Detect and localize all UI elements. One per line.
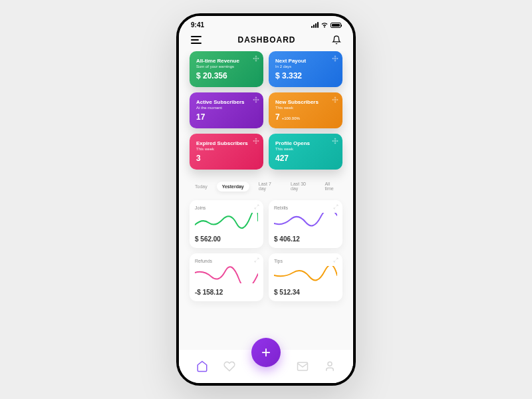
- stat-value: 427: [275, 154, 336, 163]
- status-time: 9:41: [191, 21, 204, 29]
- stat-label: New Subscribers: [275, 99, 336, 105]
- chart-label: Tips: [274, 259, 337, 263]
- move-icon: [332, 138, 338, 144]
- expand-icon: [254, 257, 259, 263]
- expand-icon: [254, 204, 259, 209]
- stat-card[interactable]: Profile OpensThis week427: [269, 134, 342, 170]
- chart-value: $ 562.00: [195, 235, 258, 243]
- stat-sublabel: This week: [196, 147, 257, 151]
- header: DASHBOARD: [179, 31, 353, 51]
- phone-frame: 9:41 DASHBOARD All-time RevenueSum of yo…: [176, 13, 356, 386]
- tab-last-30-day[interactable]: Last 30 day: [285, 179, 315, 194]
- move-icon: [332, 55, 338, 62]
- nav-heart-icon[interactable]: [223, 360, 235, 372]
- chart-label: Rebills: [274, 205, 337, 210]
- chart-card[interactable]: Rebills$ 406.12: [269, 200, 342, 248]
- stat-label: All-time Revenue: [196, 58, 257, 64]
- stat-card[interactable]: Expired SubscribersThis week3: [190, 134, 263, 170]
- chart-card[interactable]: Tips$ 512.34: [269, 253, 342, 301]
- chart-card[interactable]: Refunds-$ 158.12: [190, 253, 263, 301]
- stat-label: Active Subscribers: [196, 99, 257, 105]
- move-icon: [332, 96, 338, 103]
- sparkline: [195, 266, 258, 283]
- move-icon: [253, 55, 259, 62]
- stat-label: Expired Subscribers: [196, 140, 257, 146]
- expand-icon: [333, 257, 338, 263]
- stat-label: Profile Opens: [275, 140, 336, 146]
- stat-delta: +100.00%: [282, 116, 300, 120]
- chart-label: Refunds: [195, 259, 258, 263]
- chart-value: $ 512.34: [274, 289, 337, 296]
- tab-all-time[interactable]: All time: [319, 179, 342, 194]
- screen: 9:41 DASHBOARD All-time RevenueSum of yo…: [179, 16, 353, 383]
- stat-card[interactable]: Next PayoutIn 2 days$ 3.332: [269, 51, 342, 87]
- stat-value: 17: [196, 112, 257, 122]
- stat-sublabel: This week: [275, 147, 336, 151]
- add-button[interactable]: +: [251, 338, 281, 367]
- tab-yesterday[interactable]: Yesterday: [217, 182, 249, 192]
- stats-grid: All-time RevenueSum of your earnings$ 20…: [190, 51, 342, 170]
- battery-icon: [331, 23, 341, 28]
- stat-sublabel: At the moment: [196, 106, 257, 110]
- move-icon: [253, 96, 259, 103]
- sparkline: [274, 213, 337, 230]
- tab-last-7-day[interactable]: Last 7 day: [253, 179, 281, 194]
- signal-icon: [311, 22, 319, 28]
- stat-sublabel: Sum of your earnings: [196, 65, 257, 68]
- expand-icon: [333, 204, 338, 209]
- svg-point-1: [328, 362, 332, 366]
- sparkline: [274, 266, 337, 283]
- stat-card[interactable]: All-time RevenueSum of your earnings$ 20…: [190, 51, 263, 87]
- chart-value: $ 406.12: [274, 235, 337, 243]
- nav-mail-icon[interactable]: [297, 360, 309, 372]
- sparkline: [195, 213, 258, 230]
- chart-value: -$ 158.12: [195, 289, 258, 296]
- status-indicators: [311, 22, 341, 28]
- nav-profile-icon[interactable]: [324, 360, 336, 372]
- stat-value: $ 20.356: [196, 71, 257, 80]
- plus-icon: +: [261, 344, 271, 360]
- content: All-time RevenueSum of your earnings$ 20…: [179, 51, 353, 383]
- stat-label: Next Payout: [275, 58, 336, 64]
- stat-value: 7+100.00%: [275, 112, 336, 122]
- stat-card[interactable]: Active SubscribersAt the moment17: [190, 92, 263, 128]
- chart-label: Joins: [195, 205, 258, 210]
- nav-home-icon[interactable]: [196, 360, 208, 372]
- menu-icon[interactable]: [191, 36, 201, 44]
- move-icon: [253, 138, 259, 144]
- wifi-icon: [321, 22, 329, 28]
- charts-grid: Joins$ 562.00Rebills$ 406.12Refunds-$ 15…: [190, 200, 342, 301]
- page-title: DASHBOARD: [238, 35, 296, 45]
- time-range-tabs: TodayYesterdayLast 7 dayLast 30 dayAll t…: [190, 179, 342, 194]
- tab-today[interactable]: Today: [190, 182, 213, 192]
- stat-value: 3: [196, 154, 257, 163]
- stat-sublabel: In 2 days: [275, 65, 336, 68]
- chart-card[interactable]: Joins$ 562.00: [190, 200, 263, 248]
- notification-icon[interactable]: [332, 35, 341, 45]
- stat-card[interactable]: New SubscribersThis week7+100.00%: [269, 92, 342, 128]
- status-bar: 9:41: [179, 16, 353, 31]
- stat-sublabel: This week: [275, 106, 336, 110]
- stat-value: $ 3.332: [275, 71, 336, 80]
